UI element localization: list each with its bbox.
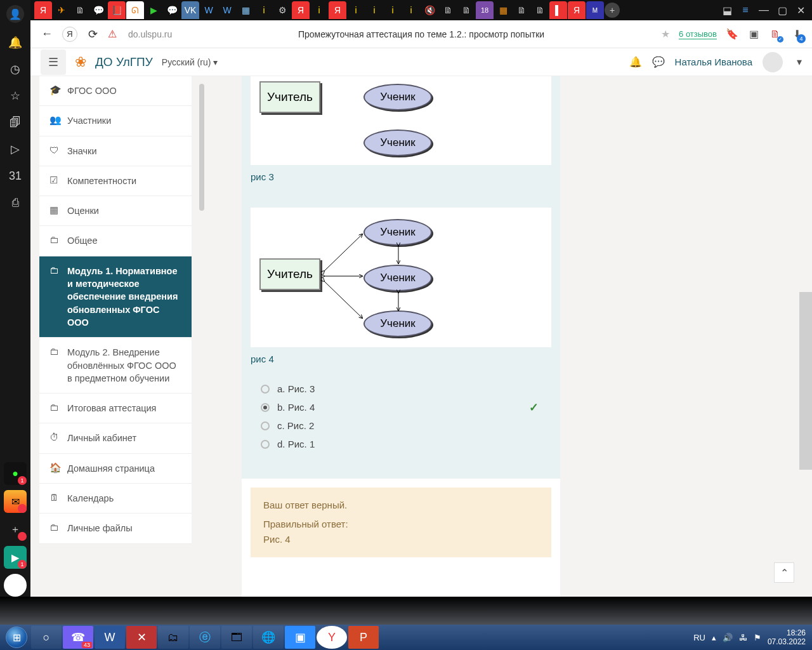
- tab[interactable]: 🗎: [457, 1, 475, 19]
- sidebar-item[interactable]: 👥Участники: [39, 106, 192, 136]
- tab[interactable]: ⚙: [273, 1, 291, 19]
- taskbar-word[interactable]: W: [95, 626, 125, 649]
- brand[interactable]: ДО УлГПУ: [95, 55, 153, 69]
- tab[interactable]: Я: [329, 1, 346, 19]
- calendar-icon[interactable]: 31: [8, 169, 22, 183]
- tray-up-icon[interactable]: ▴: [712, 633, 716, 642]
- tab[interactable]: ▶: [145, 1, 162, 19]
- page-scrollbar[interactable]: [799, 292, 812, 470]
- add-icon[interactable]: ＋: [4, 518, 27, 541]
- tab[interactable]: 🗎: [71, 1, 89, 19]
- sidebar-item[interactable]: 🎓ФГОС ООО: [39, 76, 192, 106]
- flag-icon[interactable]: ⚑: [754, 633, 761, 642]
- settings-icon[interactable]: ≡: [738, 3, 753, 18]
- tab[interactable]: 🗎: [439, 1, 457, 19]
- sidebar-item[interactable]: ☑Компетентности: [39, 166, 192, 196]
- system-tray[interactable]: RU ▴ 🔊 🖧 ⚑ 18:26 07.03.2022: [693, 628, 809, 647]
- close-button[interactable]: ✕: [793, 3, 808, 18]
- tab-active[interactable]: ᘏ: [126, 1, 144, 19]
- tab[interactable]: Я: [568, 1, 586, 19]
- star-icon[interactable]: ☆: [8, 89, 22, 103]
- bookmark-icon[interactable]: 🔖: [726, 28, 738, 40]
- username[interactable]: Наталья Иванова: [675, 56, 752, 67]
- tab[interactable]: 🗎: [531, 1, 549, 19]
- tab[interactable]: 🗎: [513, 1, 530, 19]
- sidebar-item[interactable]: 🗀Модуль 2. Внедрение обновлённых ФГОС ОО…: [39, 338, 192, 394]
- tab[interactable]: M: [586, 1, 604, 19]
- tab[interactable]: ▦: [237, 1, 254, 19]
- clock-icon[interactable]: ◷: [8, 62, 22, 76]
- messages-icon[interactable]: 💬: [652, 56, 665, 68]
- tab[interactable]: ▦: [494, 1, 512, 19]
- volume-icon[interactable]: 🔊: [723, 633, 733, 642]
- maximize-button[interactable]: ▢: [775, 3, 790, 18]
- ya-button[interactable]: Я: [62, 27, 77, 42]
- note-icon[interactable]: 🗐: [8, 116, 22, 129]
- tab[interactable]: 📕: [108, 1, 126, 19]
- language-selector[interactable]: Русский (ru) ▾: [162, 57, 218, 67]
- sidebar-item[interactable]: 🗀Модуль 1. Нормативное и методическое об…: [39, 256, 192, 338]
- taskbar-yandex[interactable]: Y: [317, 626, 347, 649]
- tab[interactable]: ▌: [549, 1, 567, 19]
- tab[interactable]: 🔇: [421, 1, 438, 19]
- taskbar-app[interactable]: ✕: [126, 626, 157, 649]
- user-avatar-icon[interactable]: 👤: [6, 5, 24, 23]
- bell-icon[interactable]: 🔔: [8, 36, 22, 50]
- sidebar-item[interactable]: 🏠Домашняя страница: [39, 454, 192, 484]
- scroll-top-button[interactable]: ⌃: [774, 562, 794, 583]
- taskbar-viber[interactable]: ☎43: [63, 626, 93, 649]
- pdf-icon[interactable]: 🗎✓: [769, 28, 782, 41]
- new-tab-button[interactable]: +: [605, 3, 620, 18]
- taskbar-browser[interactable]: ○: [31, 626, 62, 649]
- tab[interactable]: 18: [476, 1, 494, 19]
- tab[interactable]: i: [310, 1, 328, 19]
- sidebar-item[interactable]: ▦Оценки: [39, 196, 192, 226]
- tab[interactable]: i: [365, 1, 383, 19]
- minimize-button[interactable]: —: [756, 3, 771, 18]
- address-bar[interactable]: do.ulspu.ru: [128, 29, 172, 39]
- download-icon[interactable]: ⬇4: [790, 28, 803, 41]
- tab[interactable]: 💬: [163, 1, 181, 19]
- sidebar-item[interactable]: 🗓Календарь: [39, 484, 192, 514]
- tab[interactable]: VK: [181, 1, 199, 19]
- answer-option[interactable]: b. Рис. 4✓: [261, 398, 541, 416]
- tab[interactable]: i: [255, 1, 273, 19]
- tab[interactable]: i: [347, 1, 365, 19]
- capture-icon[interactable]: ⎙: [8, 196, 22, 209]
- tab[interactable]: W: [218, 1, 236, 19]
- user-menu-caret[interactable]: ▾: [797, 56, 802, 68]
- taskbar-app[interactable]: 🗔: [221, 626, 252, 649]
- play-icon[interactable]: ▷: [8, 142, 22, 156]
- mail-app-icon[interactable]: ✉: [4, 490, 27, 513]
- clock[interactable]: 18:26 07.03.2022: [768, 628, 806, 647]
- back-button[interactable]: ←: [39, 27, 55, 42]
- sidebar-item[interactable]: 🗀Общее: [39, 226, 192, 256]
- answer-option[interactable]: a. Рис. 3: [261, 380, 541, 398]
- answer-option[interactable]: c. Рис. 2: [261, 416, 541, 435]
- lang-indicator[interactable]: RU: [693, 633, 705, 642]
- network-icon[interactable]: 🖧: [739, 633, 747, 642]
- notifications-icon[interactable]: 🔔: [629, 56, 642, 68]
- scrollbar[interactable]: [199, 84, 204, 211]
- taskbar-zoom[interactable]: ▣: [285, 626, 315, 649]
- tab[interactable]: i: [402, 1, 420, 19]
- panel-icon[interactable]: ⬓: [719, 3, 735, 18]
- security-warning-icon[interactable]: ⚠: [108, 28, 121, 41]
- sidebar-item[interactable]: 🗀Итоговая аттестация: [39, 394, 192, 423]
- tab[interactable]: W: [200, 1, 218, 19]
- user-avatar[interactable]: [763, 52, 783, 72]
- reload-button[interactable]: ⟳: [85, 27, 100, 42]
- taskbar-ie[interactable]: ⓔ: [190, 626, 220, 649]
- tab[interactable]: ✈: [53, 1, 70, 19]
- tab[interactable]: Я: [34, 1, 52, 19]
- reviews-link[interactable]: 6 отзывов: [679, 29, 717, 39]
- tab[interactable]: Я: [292, 1, 310, 19]
- sidebar-item[interactable]: 🗀Личные файлы: [39, 514, 192, 543]
- answer-option[interactable]: d. Рис. 1: [261, 435, 541, 453]
- media-icon[interactable]: ▶1: [4, 546, 27, 569]
- start-button[interactable]: ⊞: [3, 625, 30, 650]
- taskbar-powerpoint[interactable]: P: [348, 626, 379, 649]
- sidebar-item[interactable]: 🛡Значки: [39, 136, 192, 166]
- tab[interactable]: i: [384, 1, 402, 19]
- sidebar-item[interactable]: ⏱Личный кабинет: [39, 423, 192, 453]
